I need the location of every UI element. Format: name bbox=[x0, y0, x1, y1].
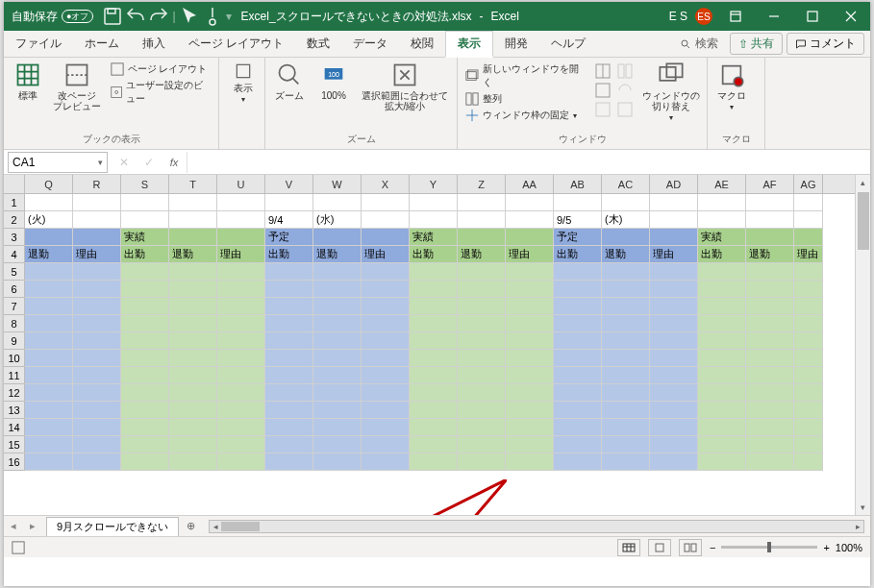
cell[interactable] bbox=[121, 402, 169, 419]
cell[interactable] bbox=[650, 281, 698, 298]
cell[interactable] bbox=[602, 350, 650, 367]
cell[interactable] bbox=[554, 436, 602, 453]
zoom-100-button[interactable]: 100100% bbox=[313, 60, 354, 103]
cell[interactable] bbox=[506, 436, 554, 453]
cell[interactable] bbox=[410, 281, 458, 298]
cell[interactable] bbox=[458, 384, 506, 402]
cell[interactable] bbox=[313, 298, 362, 315]
col-header[interactable]: X bbox=[362, 175, 410, 193]
cell[interactable] bbox=[313, 350, 362, 367]
cell[interactable] bbox=[362, 332, 410, 350]
cell[interactable] bbox=[506, 384, 554, 402]
cell[interactable] bbox=[794, 194, 823, 211]
cell[interactable] bbox=[794, 229, 823, 246]
cell[interactable] bbox=[169, 194, 217, 211]
cell[interactable] bbox=[698, 367, 746, 384]
redo-icon[interactable] bbox=[147, 5, 170, 28]
cell[interactable] bbox=[313, 402, 362, 419]
cell[interactable] bbox=[217, 298, 265, 315]
cell[interactable] bbox=[746, 384, 794, 402]
cell[interactable] bbox=[217, 315, 265, 332]
cell[interactable] bbox=[73, 384, 121, 402]
cell[interactable] bbox=[73, 194, 121, 211]
cell[interactable] bbox=[458, 229, 506, 246]
cell[interactable] bbox=[313, 453, 362, 471]
cell[interactable] bbox=[650, 350, 698, 367]
cell[interactable] bbox=[458, 367, 506, 384]
cell[interactable] bbox=[121, 367, 169, 384]
cell[interactable] bbox=[554, 453, 602, 471]
cell[interactable] bbox=[794, 384, 823, 402]
cell[interactable] bbox=[362, 402, 410, 419]
cell[interactable] bbox=[698, 332, 746, 350]
cell[interactable] bbox=[794, 298, 823, 315]
cell[interactable] bbox=[506, 229, 554, 246]
cell[interactable] bbox=[602, 402, 650, 419]
cell[interactable] bbox=[794, 332, 823, 350]
cell[interactable] bbox=[25, 332, 73, 350]
cell[interactable] bbox=[73, 263, 121, 281]
view-pagelayout-icon[interactable] bbox=[648, 539, 671, 556]
sheet-prev-icon[interactable]: ◂ bbox=[4, 520, 23, 532]
row-header[interactable]: 1 bbox=[4, 194, 25, 211]
cell[interactable] bbox=[217, 211, 265, 229]
record-macro-icon[interactable] bbox=[12, 541, 25, 554]
macro-button[interactable]: マクロ▾ bbox=[712, 60, 752, 113]
cell[interactable] bbox=[169, 419, 217, 436]
cell[interactable] bbox=[313, 194, 362, 211]
cell[interactable]: 理由 bbox=[73, 246, 121, 263]
tab-review[interactable]: 校閲 bbox=[399, 31, 445, 58]
cell[interactable] bbox=[746, 367, 794, 384]
cell[interactable] bbox=[265, 194, 313, 211]
row-header[interactable]: 9 bbox=[4, 332, 25, 350]
cell[interactable] bbox=[217, 419, 265, 436]
cell[interactable] bbox=[746, 332, 794, 350]
cell[interactable] bbox=[698, 281, 746, 298]
cell[interactable] bbox=[73, 332, 121, 350]
cell[interactable]: 出勤 bbox=[121, 246, 169, 263]
cell[interactable]: 出勤 bbox=[698, 246, 746, 263]
col-header[interactable]: AD bbox=[650, 175, 698, 193]
cell[interactable] bbox=[265, 367, 313, 384]
cell[interactable] bbox=[794, 402, 823, 419]
cell[interactable] bbox=[650, 436, 698, 453]
cell[interactable] bbox=[73, 453, 121, 471]
cell[interactable] bbox=[602, 332, 650, 350]
cell[interactable] bbox=[698, 298, 746, 315]
touch-icon[interactable] bbox=[201, 5, 224, 28]
cell[interactable] bbox=[458, 298, 506, 315]
cell[interactable]: 予定 bbox=[554, 229, 602, 246]
cell[interactable]: 理由 bbox=[506, 246, 554, 263]
arrange-button[interactable]: 整列 bbox=[462, 91, 591, 107]
cell[interactable] bbox=[313, 436, 362, 453]
cell[interactable] bbox=[217, 194, 265, 211]
cell[interactable] bbox=[169, 229, 217, 246]
cell[interactable]: 退勤 bbox=[602, 246, 650, 263]
cell[interactable] bbox=[410, 367, 458, 384]
cell[interactable] bbox=[121, 211, 169, 229]
cell[interactable] bbox=[121, 419, 169, 436]
cell[interactable] bbox=[73, 436, 121, 453]
cell[interactable] bbox=[410, 384, 458, 402]
cell[interactable] bbox=[265, 453, 313, 471]
cell[interactable] bbox=[554, 332, 602, 350]
cell[interactable] bbox=[746, 315, 794, 332]
search-box[interactable]: 検索 bbox=[672, 36, 726, 52]
account-badge[interactable]: ES bbox=[695, 8, 712, 25]
hide-icon[interactable] bbox=[595, 83, 611, 98]
cell[interactable]: 理由 bbox=[217, 246, 265, 263]
freeze-button[interactable]: ウィンドウ枠の固定 ▾ bbox=[462, 108, 591, 123]
cell[interactable] bbox=[25, 350, 73, 367]
cell[interactable] bbox=[25, 402, 73, 419]
cell[interactable]: (水) bbox=[313, 211, 362, 229]
cell[interactable] bbox=[698, 384, 746, 402]
cell[interactable] bbox=[746, 211, 794, 229]
cell[interactable] bbox=[169, 350, 217, 367]
cell[interactable]: (火) bbox=[25, 211, 73, 229]
cell[interactable] bbox=[458, 419, 506, 436]
cell[interactable] bbox=[794, 350, 823, 367]
cell[interactable] bbox=[362, 419, 410, 436]
cell[interactable] bbox=[650, 229, 698, 246]
cell[interactable] bbox=[25, 419, 73, 436]
cell[interactable] bbox=[506, 332, 554, 350]
